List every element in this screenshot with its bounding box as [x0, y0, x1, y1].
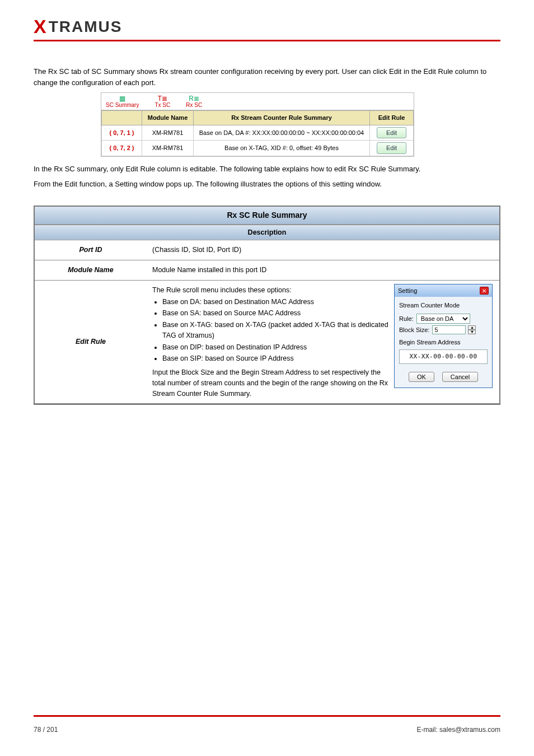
logo-text: TRAMUS	[49, 18, 123, 36]
begin-address-label: Begin Stream Address	[399, 338, 488, 347]
table-row: ( 0, 7, 1 ) XM-RM781 Base on DA, DA #: X…	[102, 125, 414, 141]
edit-rule-tail: Input the Block Size and the Begin Strea…	[152, 367, 388, 399]
intro-paragraph-2b: From the Edit function, a Setting window…	[34, 179, 500, 190]
sc-summary-panel: ▦ SC Summary T≣ Tx SC R≣ Rx SC Module Na…	[101, 92, 414, 157]
definition-row-right: (Chassis ID, Slot ID, Port ID)	[147, 240, 499, 260]
cell-port: ( 0, 7, 1 )	[102, 125, 142, 141]
list-item: Base on X-TAG: based on X-TAG (packet ad…	[162, 320, 388, 341]
cell-edit: Edit	[370, 141, 414, 156]
edit-rule-wrap: Setting ✕ Stream Counter Mode Rule:	[152, 285, 494, 399]
edit-rule-text: The Rule scroll menu includes these opti…	[152, 285, 388, 399]
block-size-spinner[interactable]: ▲▼	[468, 325, 476, 334]
sc-toolbar: ▦ SC Summary T≣ Tx SC R≣ Rx SC	[101, 93, 414, 110]
cell-port: ( 0, 7, 2 )	[102, 141, 142, 156]
footer-contact: E-mail: sales@xtramus.com	[416, 726, 500, 734]
tab-rx-sc[interactable]: R≣ Rx SC	[186, 95, 202, 108]
col-module-name: Module Name	[142, 111, 194, 125]
table-header-row: Module Name Rx Stream Counter Rule Summa…	[102, 111, 414, 125]
tab-sc-summary-label: SC Summary	[106, 102, 139, 108]
setting-dialog-float: Setting ✕ Stream Counter Mode Rule:	[394, 284, 493, 389]
block-size-label: Block Size:	[399, 325, 429, 335]
cell-edit: Edit	[370, 125, 414, 141]
chevron-up-icon[interactable]: ▲	[468, 325, 476, 330]
definition-row-right-edit: Setting ✕ Stream Counter Mode Rule:	[147, 280, 499, 404]
header-divider	[34, 40, 500, 41]
definition-grid: Description Port ID (Chassis ID, Slot ID…	[35, 225, 499, 404]
chevron-down-icon[interactable]: ▼	[468, 330, 476, 334]
list-item: Base on DA: based on Destination MAC Add…	[162, 297, 388, 307]
tab-sc-summary[interactable]: ▦ SC Summary	[106, 95, 139, 108]
sc-summary-table: Module Name Rx Stream Counter Rule Summa…	[101, 110, 414, 156]
rule-label: Rule:	[399, 314, 414, 324]
dialog-section-label: Stream Counter Mode	[399, 301, 488, 310]
definition-row-right: Module Name installed in this port ID	[147, 260, 499, 281]
dialog-title: Setting	[398, 286, 417, 296]
block-size-input[interactable]	[432, 325, 466, 334]
logo-x: X	[34, 16, 48, 38]
close-icon[interactable]: ✕	[480, 287, 489, 295]
content: The Rx SC tab of SC Summary shows Rx str…	[34, 66, 500, 405]
definition-title: Rx SC Rule Summary	[35, 207, 499, 225]
definition-subheader: Description	[35, 225, 499, 240]
block-size-row: Block Size: ▲▼	[399, 325, 488, 335]
definition-row: Port ID (Chassis ID, Slot ID, Port ID)	[35, 240, 499, 260]
cancel-button[interactable]: Cancel	[442, 372, 478, 382]
tab-rx-sc-label: Rx SC	[186, 102, 202, 108]
page: XTRAMUS The Rx SC tab of SC Summary show…	[0, 0, 534, 756]
table-row: ( 0, 7, 2 ) XM-RM781 Base on X-TAG, XID …	[102, 141, 414, 156]
edit-button[interactable]: Edit	[377, 127, 406, 139]
cell-module: XM-RM781	[142, 141, 194, 156]
grid-icon: ▦	[119, 95, 125, 102]
dialog-titlebar: Setting ✕	[395, 284, 492, 297]
rule-row: Rule: Base on DA	[399, 314, 488, 324]
edit-rule-list: Base on DA: based on Destination MAC Add…	[162, 297, 388, 365]
cell-summary: Base on X-TAG, XID #: 0, offset: 49 Byte…	[194, 141, 370, 156]
tab-tx-sc[interactable]: T≣ Tx SC	[154, 95, 170, 108]
definition-row-edit: Edit Rule Setting ✕	[35, 280, 499, 404]
edit-button[interactable]: Edit	[377, 142, 406, 154]
intro-paragraph-2a: In the Rx SC summary, only Edit Rule col…	[34, 164, 500, 175]
begin-address-value: XX-XX-00-00-00-00	[399, 349, 488, 365]
definition-row-left: Edit Rule	[35, 280, 147, 404]
setting-dialog: Setting ✕ Stream Counter Mode Rule:	[394, 284, 493, 389]
cell-module: XM-RM781	[142, 125, 194, 141]
col-edit-rule: Edit Rule	[370, 111, 414, 125]
definition-row-left: Port ID	[35, 240, 147, 260]
list-item: Base on SA: based on Source MAC Address	[162, 308, 388, 319]
page-number: 78 / 201	[34, 726, 58, 734]
edit-rule-lead: The Rule scroll menu includes these opti…	[152, 285, 388, 296]
dialog-body: Stream Counter Mode Rule: Base on DA	[395, 297, 492, 388]
tab-tx-sc-label: Tx SC	[154, 102, 170, 108]
footer-divider	[34, 715, 500, 717]
list-item: Base on SIP: based on Source IP Address	[162, 353, 388, 364]
col-rule-summary: Rx Stream Counter Rule Summary	[194, 111, 370, 125]
footer: 78 / 201 E-mail: sales@xtramus.com	[34, 726, 500, 734]
rule-select[interactable]: Base on DA	[416, 314, 470, 324]
definition-table: Rx SC Rule Summary Description Port ID (…	[34, 206, 500, 405]
tx-icon: T≣	[158, 95, 167, 102]
list-item: Base on DIP: based on Destination IP Add…	[162, 342, 388, 353]
rx-icon: R≣	[189, 95, 199, 102]
logo: XTRAMUS	[34, 16, 500, 38]
dialog-buttons: OK Cancel	[399, 372, 488, 382]
col-port	[102, 111, 142, 125]
definition-description-header: Description	[35, 225, 499, 240]
cell-summary: Base on DA, DA #: XX:XX:00:00:00:00 ~ XX…	[194, 125, 370, 141]
intro-paragraph-1: The Rx SC tab of SC Summary shows Rx str…	[34, 66, 500, 88]
ok-button[interactable]: OK	[409, 372, 434, 382]
definition-row: Module Name Module Name installed in thi…	[35, 260, 499, 281]
definition-row-left: Module Name	[35, 260, 147, 281]
